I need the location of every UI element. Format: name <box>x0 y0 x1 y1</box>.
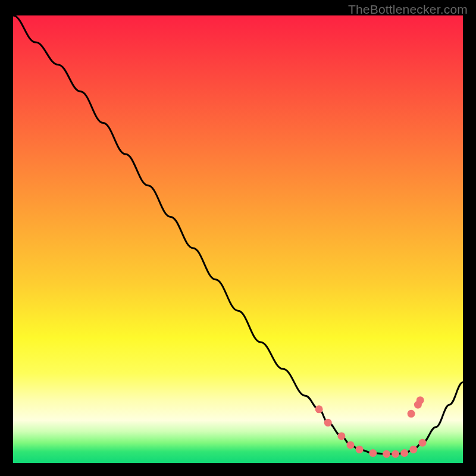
data-marker <box>315 405 323 413</box>
data-marker <box>324 419 332 427</box>
attribution-label: TheBottlenecker.com <box>348 2 468 17</box>
chart-svg <box>13 15 463 463</box>
chart-container: TheBottlenecker.com <box>0 0 476 476</box>
data-marker <box>383 450 390 458</box>
data-marker <box>400 449 408 457</box>
data-marker <box>347 441 355 449</box>
data-marker <box>356 446 364 453</box>
bottleneck-curve-chart <box>13 15 463 463</box>
data-marker <box>416 396 424 404</box>
chart-background <box>13 15 463 463</box>
data-marker <box>337 432 345 440</box>
data-marker <box>369 449 377 457</box>
data-marker <box>392 450 399 458</box>
data-marker <box>419 439 427 447</box>
data-marker <box>409 446 417 453</box>
data-marker <box>408 410 415 418</box>
